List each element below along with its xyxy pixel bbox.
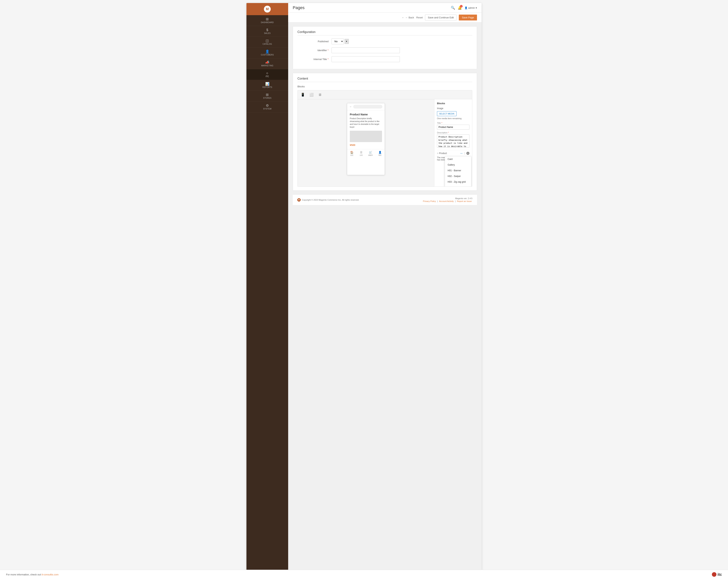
bottom-bar-text: For more information, check out it-consu… (6, 573, 58, 576)
itc-icon: ○ (266, 72, 268, 75)
tablet-view-button[interactable]: ⬜ (309, 92, 314, 98)
panel-title: Blocks (437, 102, 469, 105)
catalog-icon: ◫ (266, 39, 269, 43)
dropdown-item-card[interactable]: Card (445, 156, 471, 162)
reports-icon: 📊 (265, 82, 269, 86)
identifier-input[interactable] (332, 47, 400, 53)
search-button[interactable]: 🔍 (451, 6, 455, 10)
tablet-icon: ⬜ (309, 93, 314, 96)
configuration-title: Configuration (297, 30, 472, 35)
phone-search-bar (353, 105, 382, 109)
sidebar-item-sales[interactable]: $ SALES (246, 26, 288, 37)
customers-icon: 👤 (265, 50, 269, 53)
phone-footer: 🏠 首页 ☰ 分类 🛒 购物车 (347, 149, 385, 157)
block-remove-button[interactable]: ✕ (466, 152, 469, 155)
mobile-preview: ← Product Name Product Description brief… (297, 99, 434, 187)
dropdown-item-gallery[interactable]: Gallery (445, 162, 471, 168)
reset-button[interactable]: Reset (416, 16, 423, 19)
footer-logo: M Copyright © 2023 Magento Commerce Inc.… (297, 198, 359, 201)
footer-cart-label: 购物车 (368, 155, 373, 156)
block-more-button[interactable]: ⋮ (463, 152, 466, 155)
sidebar-logo[interactable]: M (246, 3, 288, 15)
panel-title-input[interactable] (437, 125, 469, 130)
page-footer: M Copyright © 2023 Magento Commerce Inc.… (293, 194, 477, 205)
sidebar-item-itc[interactable]: ○ ITC (246, 69, 288, 80)
sidebar-label-stores: STORES (263, 97, 271, 99)
dropdown-item-h01-banner[interactable]: H01 - Banner (445, 168, 471, 173)
editor-body: ← Product Name Product Description brief… (297, 99, 472, 187)
footer-magento-icon: M (297, 198, 301, 201)
phone-footer-category: ☰ 分类 (357, 151, 366, 156)
footer-version: Magento ver. 2.4.5 (422, 197, 472, 199)
mobile-view-button[interactable]: 📱 (300, 92, 306, 98)
sidebar-label-marketing: MARKETING (261, 64, 274, 67)
panel-title-label: Title * (437, 122, 469, 124)
home-icon: 🏠 (347, 151, 357, 154)
block-type-dropdown: Card Gallery H01 - Banner H02 - Swiper H… (445, 156, 471, 187)
configuration-section: Configuration Published No Yes ▾ Identif… (293, 26, 477, 69)
right-panel: Blocks Image SELECT MEDIA One media item… (434, 99, 472, 187)
published-row: Published No Yes ▾ (297, 38, 472, 44)
phone-content: Product Name Product Description briefly… (347, 110, 385, 149)
sidebar-label-customers: CUSTOMERS (261, 54, 274, 56)
footer-home-label: 首页 (350, 155, 354, 156)
minus-icon[interactable]: — (460, 152, 463, 155)
search-icon: 🔍 (451, 6, 455, 10)
sidebar-item-customers[interactable]: 👤 CUSTOMERS (246, 48, 288, 58)
itc-logo: itc (712, 572, 722, 577)
phone-product-desc: Product Description briefly showcasing w… (350, 117, 382, 129)
media-hint: One media item remaining. (437, 117, 469, 119)
dropdown-item-h02-swiper[interactable]: H02 - Swiper (445, 173, 471, 179)
header-actions: 🔍 🔔 2 👤 admin ▾ (451, 6, 477, 10)
page-editor: 📱 ⬜ 🖥 (297, 90, 472, 187)
main-content: Pages 🔍 🔔 2 👤 admin ▾ ← ← Back (288, 3, 482, 573)
sidebar-label-catalog: CATALOG (263, 43, 272, 45)
footer-right: Magento ver. 2.4.5 Privacy Policy | Acco… (422, 197, 472, 202)
sidebar-item-stores[interactable]: ⊞ STORES (246, 91, 288, 102)
select-media-button[interactable]: SELECT MEDIA (437, 111, 457, 116)
consultis-link[interactable]: it-consultis.com (42, 573, 58, 576)
sidebar-item-catalog[interactable]: ◫ CATALOG (246, 37, 288, 48)
profile-icon: 👤 (375, 151, 385, 154)
system-icon: ⚙ (266, 104, 269, 107)
dropdown-item-h04-cards[interactable]: H04 - Cards slider (445, 185, 471, 187)
sidebar-item-marketing[interactable]: 📣 MARKETING (246, 58, 288, 69)
panel-description-textarea[interactable]: Product Description briefly showcasing w… (437, 134, 469, 147)
account-activity-link[interactable]: Account Activity (439, 200, 454, 202)
published-label: Published (297, 40, 332, 43)
save-continue-button[interactable]: Save and Continue Edit (425, 15, 457, 21)
published-select-wrapper: No Yes ▾ (332, 38, 349, 44)
phone-product-title: Product Name (350, 113, 382, 116)
sidebar-item-system[interactable]: ⚙ SYSTEM (246, 102, 288, 112)
published-select[interactable]: No Yes (332, 38, 344, 44)
privacy-policy-link[interactable]: Privacy Policy (423, 200, 436, 202)
page-toolbar: ← ← Back Reset Save and Continue Edit Sa… (288, 13, 482, 23)
desktop-icon: 🖥 (318, 93, 321, 96)
cart-icon: 🛒 (366, 151, 375, 154)
back-button[interactable]: ← ← Back (402, 16, 414, 19)
drag-handle-icon[interactable]: ≡ (437, 152, 438, 155)
sidebar-label-dashboard: DASHBOARD (261, 21, 274, 24)
sidebar-item-reports[interactable]: 📊 REPORTS (246, 80, 288, 91)
sidebar-item-dashboard[interactable]: ⊞ DASHBOARD (246, 15, 288, 26)
footer-category-label: 分类 (360, 155, 363, 156)
phone-header: ← (347, 103, 385, 110)
panel-desc-label: Description * (437, 132, 469, 134)
itc-circle-icon (712, 572, 717, 577)
admin-menu-button[interactable]: 👤 admin ▾ (465, 6, 477, 9)
save-page-button[interactable]: Save Page (459, 15, 477, 21)
phone-footer-profile: 👤 我的 (375, 151, 385, 156)
dropdown-item-h03-zigzag[interactable]: H03 - Zig zag grid (445, 179, 471, 185)
report-issue-link[interactable]: Report an Issue (457, 200, 472, 202)
admin-label: admin (468, 6, 475, 9)
identifier-row: Identifier (297, 47, 472, 53)
bottom-bar: For more information, check out it-consu… (0, 570, 728, 579)
internal-title-input[interactable] (332, 56, 400, 62)
page-title: Pages (293, 5, 305, 10)
published-select-arrow[interactable]: ▾ (344, 39, 349, 44)
block-type-label: Product (439, 152, 460, 155)
notifications-button[interactable]: 🔔 2 (458, 6, 462, 10)
phone-back-icon: ← (349, 105, 352, 108)
desktop-view-button[interactable]: 🖥 (317, 92, 322, 98)
panel-image-subtitle: Image (437, 107, 469, 110)
